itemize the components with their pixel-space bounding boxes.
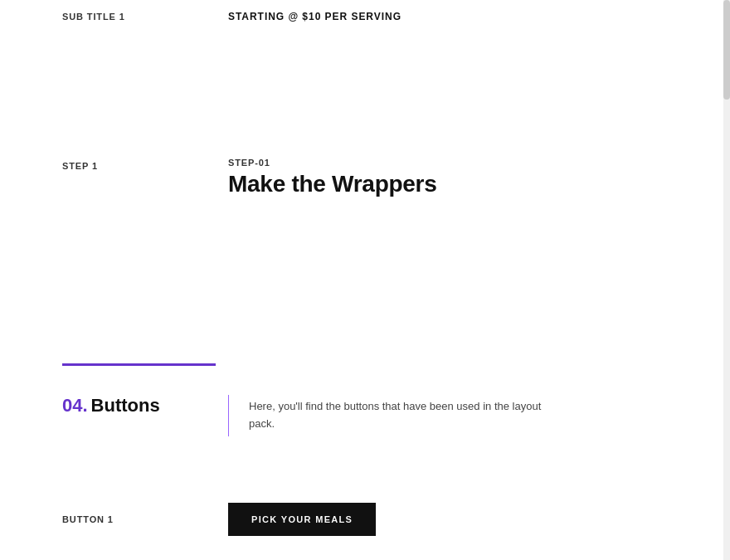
button1-label: BUTTON 1 — [62, 514, 228, 524]
subtitle-section: SUB TITLE 1 STARTING @ $10 PER SERVING — [0, 0, 730, 33]
section-number: 04. — [62, 395, 88, 416]
spacer-3 — [0, 461, 730, 486]
step-content: STEP-01 Make the Wrappers — [228, 158, 436, 197]
step-title: Make the Wrappers — [228, 171, 436, 197]
section-header: 04. Buttons Here, you'll find the button… — [0, 366, 730, 461]
page-container: SUB TITLE 1 STARTING @ $10 PER SERVING S… — [0, 0, 730, 560]
subtitle-label: SUB TITLE 1 — [62, 12, 228, 22]
spacer-4 — [0, 553, 730, 560]
button1-row: BUTTON 1 PICK YOUR MEALS — [0, 486, 730, 553]
scrollbar-thumb[interactable] — [723, 0, 730, 100]
section-divider — [228, 395, 229, 436]
section-description: Here, you'll find the buttons that have … — [249, 395, 564, 433]
scrollbar-track[interactable] — [723, 0, 730, 560]
pick-meals-button[interactable]: PICK YOUR MEALS — [228, 503, 376, 536]
section-title-text: Buttons — [91, 395, 160, 416]
step-label: STEP 1 — [62, 158, 228, 171]
spacer-2 — [0, 222, 730, 330]
step-section: STEP 1 STEP-01 Make the Wrappers — [0, 133, 730, 222]
subtitle-value: STARTING @ $10 PER SERVING — [228, 11, 402, 22]
section-number-title: 04. Buttons — [62, 395, 228, 416]
step-number: STEP-01 — [228, 158, 436, 168]
spacer-1 — [0, 33, 730, 133]
